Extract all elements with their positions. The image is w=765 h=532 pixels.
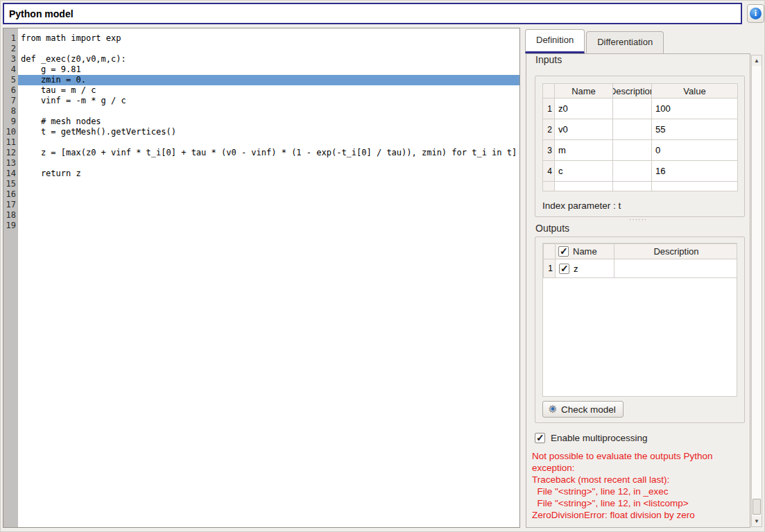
- code-line[interactable]: 11: [3, 137, 519, 148]
- row-number: 1: [543, 98, 555, 119]
- code-line[interactable]: 7 vinf = -m * g / c: [3, 96, 519, 106]
- outputs-col-name[interactable]: Name: [556, 244, 614, 259]
- code-line[interactable]: 2: [3, 44, 519, 54]
- line-number: 19: [3, 221, 18, 231]
- code-line[interactable]: 12 z = [max(z0 + vinf * t_i[0] + tau * (…: [3, 148, 519, 158]
- input-value-cell[interactable]: 100: [652, 98, 738, 119]
- code-text: # mesh nodes: [18, 117, 519, 127]
- input-name-cell[interactable]: m: [555, 140, 613, 161]
- code-line[interactable]: 3def _exec(z0,v0,m,c):: [3, 54, 519, 65]
- code-line[interactable]: 8: [3, 106, 519, 117]
- code-text: [18, 137, 519, 148]
- row-number: 2: [543, 119, 555, 140]
- inputs-section-label: Inputs: [535, 54, 562, 65]
- model-title-input[interactable]: [3, 3, 742, 24]
- empty-cell: [555, 182, 613, 191]
- code-line[interactable]: 4 g = 9.81: [3, 65, 519, 75]
- line-number: 2: [3, 44, 18, 54]
- input-name-cell[interactable]: c: [555, 161, 613, 182]
- outputs-table[interactable]: Name Description 1z: [543, 243, 737, 278]
- inputs-row: 1z0100: [543, 98, 738, 119]
- code-text: [18, 179, 519, 189]
- line-number: 10: [3, 127, 18, 137]
- input-value-cell[interactable]: 55: [652, 119, 738, 140]
- input-value-cell[interactable]: 16: [652, 161, 738, 182]
- row-number: 3: [543, 140, 555, 161]
- output-checkbox[interactable]: [559, 264, 569, 274]
- empty-cell: [613, 182, 652, 191]
- chevron-down-icon[interactable]: [752, 516, 762, 526]
- inputs-table-body: 1z01002v0553m04c16: [543, 98, 738, 191]
- line-number: 14: [3, 169, 18, 179]
- code-text: g = 9.81: [18, 65, 519, 75]
- input-description-cell[interactable]: [613, 140, 652, 161]
- tab-differentiation[interactable]: Differentiation: [586, 31, 664, 53]
- code-line[interactable]: 18: [3, 210, 519, 221]
- code-line[interactable]: 16: [3, 189, 519, 200]
- inputs-col-name[interactable]: Name: [555, 84, 613, 98]
- splitter-handle[interactable]: ······: [526, 218, 750, 222]
- line-number: 16: [3, 189, 18, 200]
- line-number: 5: [3, 75, 18, 85]
- code-line[interactable]: 19: [3, 221, 519, 231]
- line-number: 17: [3, 200, 18, 210]
- input-name-cell[interactable]: z0: [555, 98, 613, 119]
- line-number: 4: [3, 65, 18, 75]
- tab-definition[interactable]: Definition: [525, 29, 585, 53]
- input-value-cell[interactable]: 0: [652, 140, 738, 161]
- empty-cell: [543, 182, 555, 191]
- code-editor[interactable]: 1from math import exp23def _exec(z0,v0,m…: [3, 28, 520, 528]
- info-icon: [750, 8, 762, 19]
- code-line[interactable]: 13: [3, 158, 519, 169]
- inputs-col-description[interactable]: Description: [613, 84, 652, 98]
- code-text: [18, 221, 519, 231]
- multiprocessing-checkbox[interactable]: [535, 433, 545, 443]
- check-model-button[interactable]: Check model: [542, 401, 624, 418]
- outputs-table-body: 1z: [544, 259, 738, 278]
- outputs-select-all-checkbox[interactable]: [558, 246, 569, 257]
- output-name-cell[interactable]: z: [556, 259, 614, 278]
- code-line[interactable]: 14 return z: [3, 169, 519, 179]
- error-line: exception:: [532, 462, 748, 474]
- scrollbar-thumb[interactable]: [753, 499, 761, 515]
- panel-scrollbar[interactable]: [751, 55, 762, 527]
- code-line[interactable]: 9 # mesh nodes: [3, 117, 519, 127]
- outputs-col-description[interactable]: Description: [614, 244, 738, 259]
- input-name-cell[interactable]: v0: [555, 119, 613, 140]
- input-description-cell[interactable]: [613, 161, 652, 182]
- code-text: [18, 210, 519, 221]
- line-number: 13: [3, 158, 18, 169]
- line-number: 7: [3, 96, 18, 106]
- code-text: [18, 158, 519, 169]
- code-line[interactable]: 15: [3, 179, 519, 189]
- info-button[interactable]: [747, 4, 764, 23]
- inputs-frame: Name Description Value 1z01002v0553m04c1…: [535, 76, 745, 217]
- code-text: from math import exp: [18, 33, 519, 44]
- code-text: return z: [18, 169, 519, 179]
- error-line: ZeroDivisionError: float division by zer…: [532, 509, 748, 521]
- chevron-up-icon[interactable]: [752, 55, 762, 66]
- outputs-corner-cell: [544, 244, 556, 259]
- error-line: File "<string>", line 12, in <listcomp>: [532, 497, 748, 509]
- inputs-row: 3m0: [543, 140, 738, 161]
- inputs-col-value[interactable]: Value: [652, 84, 738, 98]
- code-line[interactable]: 1from math import exp: [3, 33, 519, 44]
- definition-panel: Inputs Name Description Value 1z01002v05…: [526, 53, 750, 528]
- output-name-label: z: [574, 264, 578, 274]
- error-line: Not possible to evaluate the outputs Pyt…: [532, 450, 748, 462]
- error-message: Not possible to evaluate the outputs Pyt…: [532, 450, 748, 521]
- line-number: 15: [3, 179, 18, 189]
- code-line[interactable]: 6 tau = m / c: [3, 85, 519, 96]
- inputs-table[interactable]: Name Description Value 1z01002v0553m04c1…: [542, 83, 738, 191]
- code-text: [18, 106, 519, 117]
- input-description-cell[interactable]: [613, 119, 652, 140]
- code-line[interactable]: 10 t = getMesh().getVertices(): [3, 127, 519, 137]
- output-description-cell[interactable]: [614, 259, 738, 278]
- inputs-row: 4c16: [543, 161, 738, 182]
- input-description-cell[interactable]: [613, 98, 652, 119]
- code-line[interactable]: 17: [3, 200, 519, 210]
- outputs-row: 1z: [544, 259, 738, 278]
- code-line[interactable]: 5 zmin = 0.: [3, 75, 519, 85]
- code-text: z = [max(z0 + vinf * t_i[0] + tau * (v0 …: [18, 148, 519, 158]
- line-number: 12: [3, 148, 18, 158]
